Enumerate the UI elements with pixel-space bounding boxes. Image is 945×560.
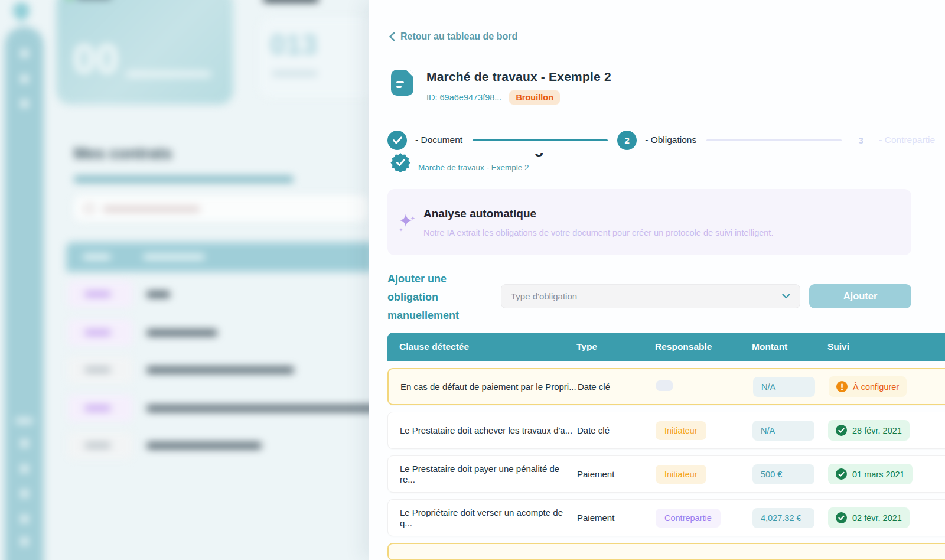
suivi-text: 28 févr. 2021 bbox=[852, 426, 902, 435]
stat-caption-blur-2 bbox=[272, 71, 318, 76]
check-circle-icon bbox=[836, 468, 847, 480]
sparkle-icon bbox=[396, 211, 420, 237]
auto-analysis-box: Analyse automatique Notre IA extrait les… bbox=[387, 189, 911, 255]
table-row-partial[interactable] bbox=[387, 543, 945, 560]
column-nom-blur bbox=[143, 254, 205, 260]
chevron-down-icon bbox=[782, 294, 790, 299]
responsable-pill[interactable]: Initiateur bbox=[656, 421, 706, 440]
clause-text: Le Propriétaire doit verser un acompte d… bbox=[400, 507, 563, 528]
page-heading-subtitle: Marché de travaux - Exemple 2 bbox=[418, 163, 669, 172]
table-row[interactable]: Le Prestataire doit payer une pénalité d… bbox=[387, 455, 945, 493]
clause-text: Le Prestataire doit achever les travaux … bbox=[400, 425, 572, 435]
table-row[interactable]: Le Propriétaire doit verser un acompte d… bbox=[387, 499, 945, 536]
contract-row-blur bbox=[66, 432, 373, 459]
responsable-pill[interactable]: Initiateur bbox=[656, 465, 706, 484]
contract-name-blur bbox=[146, 330, 217, 336]
select-placeholder: Type d'obligation bbox=[511, 291, 577, 301]
montant-chip[interactable]: N/A bbox=[753, 377, 815, 397]
responsable-cell: Initiateur bbox=[656, 465, 752, 484]
suivi-text: 01 mars 2021 bbox=[852, 470, 905, 479]
verified-seal-icon bbox=[390, 151, 411, 177]
contract-row-blur bbox=[66, 356, 373, 383]
contract-name-blur bbox=[146, 367, 294, 373]
column-header-suivi: Suivi bbox=[827, 341, 945, 352]
contracts-section-title: Mes contrats bbox=[74, 145, 172, 163]
add-obligation-button[interactable]: Ajouter bbox=[809, 284, 911, 308]
type-text: Date clé bbox=[577, 425, 610, 435]
step-connector bbox=[472, 139, 608, 141]
contracts-subtitle-blur bbox=[74, 176, 294, 183]
montant-cell: 500 € bbox=[752, 464, 828, 484]
type-cell: Date clé bbox=[577, 425, 656, 436]
contract-status-pill-blur bbox=[68, 281, 133, 308]
suivi-chip[interactable]: À configurer bbox=[829, 376, 907, 397]
step-2-circle[interactable]: 2 bbox=[617, 131, 637, 150]
suivi-chip[interactable]: 02 févr. 2021 bbox=[828, 507, 910, 528]
sidebar-icon bbox=[21, 50, 28, 57]
clause-text: Le Prestataire doit payer une pénalité d… bbox=[400, 464, 559, 484]
suivi-chip[interactable]: 28 févr. 2021 bbox=[828, 420, 910, 441]
suivi-cell: 01 mars 2021 bbox=[828, 464, 945, 484]
step-connector bbox=[706, 139, 842, 141]
contract-status-pill-blur bbox=[68, 432, 133, 459]
contract-row-blur bbox=[66, 395, 373, 422]
type-text: Paiement bbox=[577, 513, 614, 523]
status-badge: Brouillon bbox=[509, 90, 560, 105]
table-row[interactable]: Le Prestataire doit achever les travaux … bbox=[387, 412, 945, 449]
montant-chip[interactable]: 4,027.32 € bbox=[752, 508, 814, 528]
back-link-label: Retour au tableau de bord bbox=[400, 31, 517, 42]
suivi-text: À configurer bbox=[853, 382, 899, 392]
suivi-cell: 28 févr. 2021 bbox=[828, 420, 945, 441]
chevron-left-icon bbox=[389, 32, 395, 41]
sidebar-icon bbox=[21, 100, 28, 108]
contract-status-pill-blur bbox=[68, 395, 133, 422]
table-row[interactable]: En cas de défaut de paiement par le Prop… bbox=[387, 368, 945, 405]
montant-chip[interactable]: 500 € bbox=[752, 464, 814, 484]
step-1-circle[interactable] bbox=[387, 131, 407, 150]
sidebar-icon-wide bbox=[15, 418, 33, 424]
check-circle-icon bbox=[836, 512, 847, 523]
sidebar-icon bbox=[21, 538, 28, 545]
document-id[interactable]: ID: 69a6e9473f98... bbox=[426, 93, 501, 102]
add-obligation-label: Ajouter une obligation manuellement bbox=[387, 270, 470, 325]
sidebar-icon bbox=[21, 75, 28, 83]
column-header-montant: Montant bbox=[752, 341, 827, 352]
stat-card-secondary: 013 bbox=[260, 18, 375, 97]
step-3-label: - Contrepartie bbox=[879, 135, 935, 145]
search-icon bbox=[84, 203, 94, 214]
clause-cell: Le Prestataire doit achever les travaux … bbox=[388, 425, 577, 436]
contract-name-blur bbox=[146, 291, 170, 298]
obligations-table: Clause détectéeTypeResponsableMontantSui… bbox=[387, 333, 945, 560]
suivi-cell: À configurer bbox=[829, 376, 945, 397]
sidebar-icon bbox=[21, 439, 28, 447]
contract-name-blur bbox=[146, 405, 400, 412]
suivi-text: 02 févr. 2021 bbox=[852, 513, 902, 523]
montant-cell: N/A bbox=[753, 377, 829, 397]
suivi-chip[interactable]: 01 mars 2021 bbox=[828, 464, 913, 484]
document-title: Marché de travaux - Exemple 2 bbox=[426, 70, 611, 84]
section-title-blur bbox=[263, 0, 319, 2]
column-header-type: Type bbox=[576, 341, 655, 352]
contracts-table-header bbox=[66, 242, 373, 272]
search-placeholder-blur bbox=[103, 206, 200, 212]
obligation-type-select[interactable]: Type d'obligation bbox=[501, 284, 800, 308]
clause-cell: Le Prestataire doit payer une pénalité d… bbox=[388, 464, 577, 485]
warning-icon bbox=[836, 381, 848, 392]
responsable-pill[interactable] bbox=[656, 380, 673, 391]
responsable-cell: Contrepartie bbox=[656, 509, 752, 528]
stat-value: 00 bbox=[73, 35, 119, 83]
back-to-dashboard-link[interactable]: Retour au tableau de bord bbox=[389, 31, 517, 42]
montant-chip[interactable]: N/A bbox=[752, 421, 814, 441]
step-2-label: - Obligations bbox=[645, 135, 696, 145]
responsable-pill[interactable]: Contrepartie bbox=[656, 509, 721, 528]
contract-name-blur bbox=[146, 442, 262, 449]
analysis-description: Notre IA extrait les obligations de votr… bbox=[423, 228, 773, 237]
contract-status-pill-blur bbox=[68, 319, 133, 346]
sidebar-icon bbox=[21, 515, 28, 523]
obligations-table-header: Clause détectéeTypeResponsableMontantSui… bbox=[387, 333, 945, 361]
stat-caption-blur bbox=[126, 71, 211, 77]
contract-row-blur bbox=[66, 281, 373, 308]
column-statut-blur bbox=[83, 254, 111, 260]
step-3-circle[interactable]: 3 bbox=[851, 131, 871, 150]
montant-cell: 4,027.32 € bbox=[752, 508, 828, 528]
